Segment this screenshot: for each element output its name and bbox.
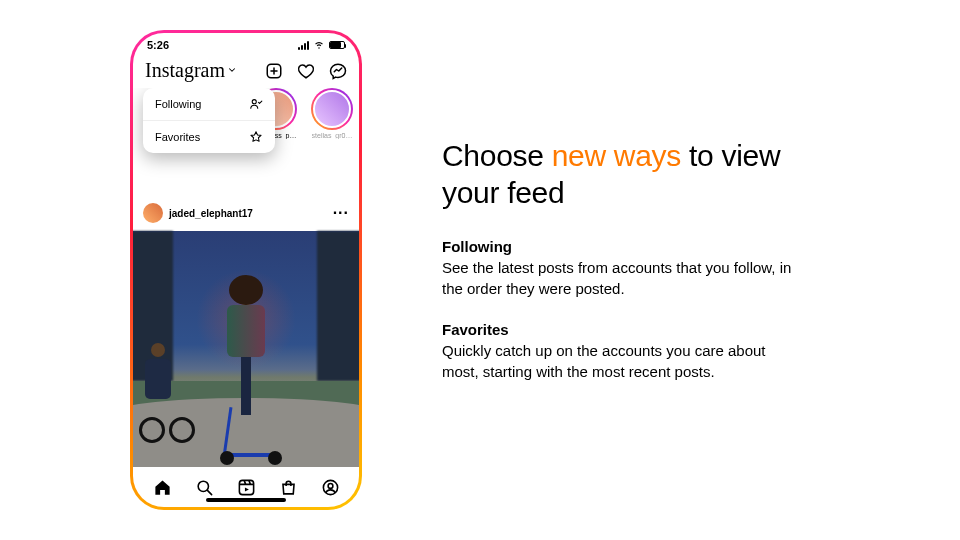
feature-favorites: Favorites Quickly catch up on the accoun… (442, 321, 802, 382)
feed-content: Your Story liam_bean… princess_p… stella… (133, 88, 359, 467)
feed-mode-dropdown: Following Favorites (143, 88, 275, 153)
marketing-copy: Choose new ways to view your feed Follow… (442, 137, 802, 404)
tab-home-icon[interactable] (153, 478, 172, 497)
tab-search-icon[interactable] (195, 478, 214, 497)
status-bar: 5:26 (133, 33, 359, 57)
headline-pre: Choose (442, 139, 552, 172)
messenger-icon[interactable] (329, 62, 347, 80)
post-author[interactable]: jaded_elephant17 (143, 203, 253, 223)
story-item[interactable]: stellas_gr0… (309, 88, 355, 139)
tab-shop-icon[interactable] (279, 478, 298, 497)
phone-screen: 5:26 Instagram (133, 33, 359, 507)
create-post-icon[interactable] (265, 62, 283, 80)
status-indicators (298, 38, 345, 52)
svg-rect-3 (239, 480, 253, 494)
avatar (143, 203, 163, 223)
story-label: stellas_gr0… (312, 132, 353, 139)
phone-mockup: 5:26 Instagram (130, 30, 362, 510)
battery-icon (329, 41, 345, 49)
svg-point-1 (252, 100, 256, 104)
headline: Choose new ways to view your feed (442, 137, 802, 212)
dropdown-label: Following (155, 98, 201, 110)
header-actions (265, 62, 347, 80)
post-more-icon[interactable]: ··· (333, 204, 349, 222)
cellular-icon (298, 41, 309, 50)
star-icon (249, 130, 263, 144)
home-indicator (206, 498, 286, 502)
svg-point-2 (198, 481, 208, 491)
feature-body: Quickly catch up on the accounts you car… (442, 340, 802, 382)
dropdown-item-following[interactable]: Following (143, 88, 275, 120)
wifi-icon (313, 38, 325, 52)
feature-body: See the latest posts from accounts that … (442, 257, 802, 299)
post-header: jaded_elephant17 ··· (133, 195, 359, 231)
svg-point-5 (328, 483, 333, 488)
chevron-down-icon (227, 57, 237, 80)
post-username: jaded_elephant17 (169, 208, 253, 219)
post-image[interactable] (133, 231, 359, 467)
app-header: Instagram (133, 57, 359, 88)
dropdown-label: Favorites (155, 131, 200, 143)
instagram-logo-dropdown[interactable]: Instagram (145, 59, 237, 82)
status-time: 5:26 (147, 39, 169, 51)
activity-heart-icon[interactable] (297, 62, 315, 80)
dropdown-item-favorites[interactable]: Favorites (143, 120, 275, 153)
tab-profile-icon[interactable] (321, 478, 340, 497)
tab-reels-icon[interactable] (237, 478, 256, 497)
feature-following: Following See the latest posts from acco… (442, 238, 802, 299)
headline-accent: new ways (552, 139, 681, 172)
feature-title: Favorites (442, 321, 802, 338)
following-people-icon (249, 97, 263, 111)
feature-title: Following (442, 238, 802, 255)
instagram-wordmark: Instagram (145, 59, 225, 82)
